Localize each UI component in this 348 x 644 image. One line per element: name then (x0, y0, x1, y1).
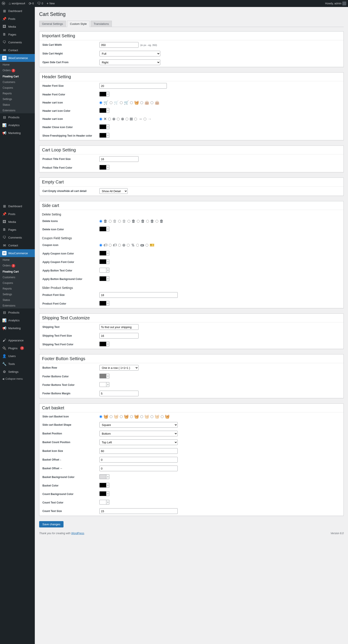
header-font-size-input[interactable] (99, 83, 167, 89)
del-opt-7[interactable] (156, 220, 158, 223)
del-opt-1[interactable] (99, 220, 102, 223)
submenu-orders[interactable]: Orders3 (0, 68, 35, 74)
header-close-icon-color-picker[interactable]: ▾ (99, 124, 109, 129)
bask-opt-1[interactable] (99, 415, 102, 418)
footer-margin-input[interactable] (99, 391, 139, 396)
menu-comments-2[interactable]: 🗨Comments (0, 234, 35, 242)
apply-coupon-font-color-picker[interactable]: ▾ (99, 259, 109, 264)
footer-color-picker[interactable]: ▾ (99, 374, 109, 378)
menu-posts-2[interactable]: 📌Posts (0, 210, 35, 218)
empty-select[interactable]: Show All Detail (99, 188, 128, 194)
del-opt-6[interactable] (146, 220, 149, 223)
del-opt-3[interactable] (118, 220, 121, 223)
submenu-customers-2[interactable]: Customers (0, 274, 35, 280)
product-font-size-input[interactable] (99, 292, 178, 298)
coup-opt-6[interactable] (146, 244, 148, 246)
coup-opt-4[interactable] (127, 244, 130, 246)
bask-opt-2[interactable] (110, 415, 112, 418)
close-icon-opt-5[interactable] (134, 118, 137, 120)
basket-offset-x-input[interactable] (99, 466, 178, 471)
wordpress-link[interactable]: WordPress (71, 532, 84, 535)
close-icon-opt-4[interactable] (126, 118, 128, 120)
collapse-menu[interactable]: ◀Collapse menu (0, 376, 35, 382)
tab-translations[interactable]: Translations (91, 21, 112, 27)
close-icon-opt-1[interactable] (99, 118, 102, 120)
menu-analytics[interactable]: 📊Analytics (0, 121, 35, 129)
menu-marketing[interactable]: 📢Marketing (0, 129, 35, 137)
cart-icon-opt-4[interactable] (130, 101, 133, 104)
cart-icon-opt-2[interactable] (110, 101, 112, 104)
submenu-coupons-2[interactable]: Coupons (0, 280, 35, 286)
basket-count-pos-select[interactable]: Top Left (99, 440, 178, 445)
new-link[interactable]: +New (46, 2, 55, 6)
menu-products-2[interactable]: ⊟Products (0, 308, 35, 316)
apply-btn-bg-color-picker[interactable]: ▾ (99, 276, 109, 281)
menu-plugins[interactable]: 🔌Plugins3 (0, 344, 35, 352)
menu-dashboard[interactable]: ⊞Dashboard (0, 7, 35, 15)
menu-users[interactable]: 👤Users (0, 352, 35, 360)
coup-opt-2[interactable] (109, 244, 112, 246)
pt-font-color-picker[interactable]: ▾ (99, 165, 109, 170)
site-link[interactable]: ⌂wordpress4 (9, 2, 25, 6)
menu-contact-2[interactable]: ✉Contact (0, 242, 35, 249)
button-row-select[interactable]: One in a row ( 1+1+1 ) (99, 365, 139, 370)
count-bg-color-picker[interactable]: ▾ (99, 491, 109, 496)
submenu-status-2[interactable]: Status (0, 297, 35, 303)
coup-opt-1[interactable] (99, 244, 102, 246)
header-font-color-picker[interactable]: ▾ (99, 92, 109, 96)
product-font-color-picker[interactable]: ▾ (99, 301, 109, 306)
basket-icon-size-input[interactable] (99, 448, 178, 454)
submenu-home-2[interactable]: Home (0, 257, 35, 263)
submenu-status[interactable]: Status (0, 102, 35, 108)
tab-custom-style[interactable]: Custom Style (67, 21, 89, 27)
del-opt-5[interactable] (137, 220, 140, 223)
save-changes-button[interactable]: Save changes (39, 521, 63, 528)
menu-media[interactable]: 🖾Media (0, 23, 35, 30)
menu-dashboard-2[interactable]: ⊞Dashboard (0, 202, 35, 210)
shipping-font-color-picker[interactable]: ▾ (99, 342, 109, 346)
menu-media-2[interactable]: 🖾Media (0, 218, 35, 226)
updates-link[interactable]: ⟳6 (29, 2, 34, 6)
menu-tools[interactable]: 🔧Tools (0, 360, 35, 368)
basket-color-picker[interactable]: ▾ (99, 483, 109, 488)
menu-pages-2[interactable]: 🗎Pages (0, 226, 35, 234)
menu-pages[interactable]: 🗎Pages (0, 30, 35, 38)
submenu-extensions[interactable]: Extensions (0, 108, 35, 113)
basket-shape-select[interactable]: Square (99, 422, 178, 428)
close-icon-opt-3[interactable] (117, 118, 120, 120)
howdy-link[interactable]: Howdy, admin (325, 2, 346, 6)
shipping-font-size-input[interactable] (99, 333, 139, 338)
menu-products[interactable]: ⊟Products (0, 113, 35, 121)
menu-woocommerce-2[interactable]: WWooCommerce (0, 249, 35, 257)
coup-opt-5[interactable] (136, 244, 139, 246)
side-cart-width-input[interactable] (99, 42, 139, 48)
menu-appearance[interactable]: 🖌Appearance (0, 336, 35, 344)
bask-opt-3[interactable] (120, 415, 123, 418)
cart-icon-opt-6[interactable] (151, 101, 153, 104)
bask-opt-7[interactable] (161, 415, 164, 418)
bask-opt-5[interactable] (140, 415, 143, 418)
basket-offset-y-input[interactable] (99, 457, 178, 462)
coup-opt-3[interactable] (118, 244, 121, 246)
open-from-select[interactable]: Right (99, 60, 160, 65)
menu-marketing-2[interactable]: 📢Marketing (0, 324, 35, 332)
wp-logo[interactable]: ⓦ (2, 1, 5, 6)
submenu-floating-cart-2[interactable]: Floating Cart (0, 269, 35, 274)
menu-analytics-2[interactable]: 📊Analytics (0, 316, 35, 324)
submenu-coupons[interactable]: Coupons (0, 85, 35, 91)
basket-bg-color-picker[interactable]: ▾ (99, 474, 109, 479)
submenu-reports[interactable]: Reports (0, 91, 35, 96)
side-cart-height-select[interactable]: Full (99, 51, 160, 56)
menu-woocommerce[interactable]: WWooCommerce (0, 54, 35, 62)
count-text-size-input[interactable] (99, 508, 178, 514)
submenu-settings-2[interactable]: Settings (0, 292, 35, 297)
header-freeship-color-picker[interactable]: ▾ (99, 133, 109, 138)
tab-general[interactable]: General Settings (39, 21, 66, 27)
del-opt-2[interactable] (109, 220, 112, 223)
cart-icon-opt-5[interactable] (140, 101, 143, 104)
menu-contact[interactable]: ✉Contact (0, 46, 35, 54)
bask-opt-4[interactable] (130, 415, 133, 418)
apply-btn-text-color-picker[interactable]: ▾ (99, 268, 109, 272)
header-cart-icon-color-picker[interactable]: ▾ (99, 108, 109, 113)
submenu-settings[interactable]: Settings (0, 96, 35, 102)
